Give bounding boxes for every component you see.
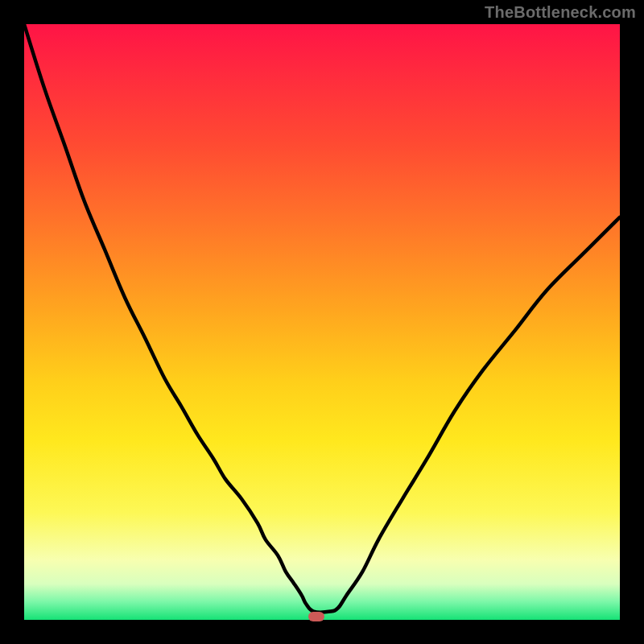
curve-svg [24, 24, 620, 620]
watermark-text: TheBottleneck.com [485, 3, 636, 22]
plot-area [24, 24, 620, 620]
curve-path [24, 24, 620, 613]
minimum-marker [308, 612, 324, 621]
chart-frame: TheBottleneck.com [0, 0, 644, 644]
